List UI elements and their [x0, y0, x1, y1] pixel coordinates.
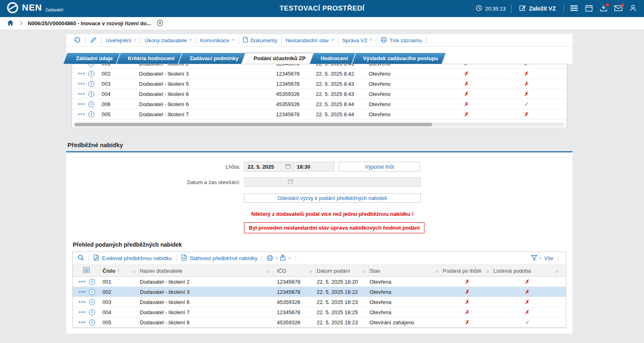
tab[interactable]: Hodnocení	[312, 53, 359, 64]
cell-number: 004	[100, 91, 138, 97]
filter-button[interactable]	[530, 255, 538, 262]
info-icon[interactable]: i	[88, 71, 94, 77]
toolbar-menu-item[interactable]: Dokumenty	[242, 37, 278, 44]
header-late[interactable]: Podaná po lhůtě	[443, 268, 481, 274]
cell-number: 002	[100, 71, 138, 77]
row-actions-button[interactable]	[78, 64, 85, 64]
tab[interactable]: Podání účastníků ZP	[245, 53, 317, 64]
toolbar-menu-item[interactable]: Uveřejnění ▽	[105, 37, 137, 43]
downloads-button[interactable]	[599, 4, 608, 14]
main-menu-button[interactable]	[569, 4, 579, 13]
printer-icon	[267, 255, 273, 262]
tab[interactable]: Základní údaje	[67, 53, 124, 64]
row-actions-button[interactable]	[79, 281, 85, 282]
user-icon	[629, 4, 637, 13]
toolbar-menu-item[interactable]: Úkony zadavatele ▽	[144, 37, 192, 43]
header-paper[interactable]: Listinná podoba	[494, 268, 531, 274]
messages-button[interactable]	[614, 4, 623, 13]
submission-row[interactable]: i 005 Dodavatel - školení 7 12345678 22.…	[72, 109, 567, 119]
filter-caret-button[interactable]: ▽	[309, 268, 313, 274]
horizontal-scrollbar[interactable]	[74, 123, 564, 126]
filter-caret-button[interactable]: ▽	[435, 268, 439, 274]
bid-row[interactable]: i 005 Dodavatel - školení 6 45359326 22.…	[73, 317, 566, 328]
bid-row[interactable]: i 003 Dodavatel - školení 6 45359326 22.…	[73, 297, 566, 307]
row-actions-button[interactable]	[78, 93, 85, 95]
divider	[176, 255, 177, 262]
view-filter-all-button[interactable]: ▽ Vše	[538, 255, 554, 261]
create-vz-button[interactable]: Založit VZ	[517, 4, 558, 13]
search-button[interactable]	[77, 254, 85, 262]
print-menu-button[interactable]: ▽	[266, 255, 279, 262]
deadline-date-input[interactable]: 22. 5. 2025	[244, 162, 294, 172]
scrollbar-thumb[interactable]	[74, 123, 432, 126]
close-record-button[interactable]	[156, 20, 164, 28]
profile-button[interactable]	[629, 4, 637, 14]
row-actions-button[interactable]	[78, 103, 85, 105]
home-button[interactable]	[6, 20, 15, 27]
register-bid-button[interactable]: Evidovat předběžnou nabídku	[93, 254, 173, 262]
filter-caret-button[interactable]: ▽	[362, 268, 366, 274]
info-icon[interactable]: i	[89, 299, 95, 305]
column-settings-button[interactable]	[82, 267, 91, 274]
calendar-button[interactable]	[584, 4, 594, 14]
cell-ico: 45359326	[272, 101, 315, 107]
info-icon[interactable]: i	[88, 81, 94, 87]
filter-caret-button[interactable]: ▽	[486, 268, 490, 274]
breadcrumb-record-title[interactable]: N006/25/V00004860 - Inovace v rozvoji ří…	[28, 20, 151, 26]
header-supplier-name[interactable]: Název dodavatele	[140, 268, 182, 274]
submission-row[interactable]: i 002 Dodavatel - školení 3 12345678 22.…	[72, 69, 567, 79]
row-actions-button[interactable]	[79, 291, 85, 293]
divider	[85, 37, 86, 44]
export-menu-button[interactable]: ▽	[279, 254, 292, 262]
edit-record-button[interactable]	[89, 37, 98, 44]
row-actions-button[interactable]	[79, 321, 85, 323]
header-status[interactable]: Stav	[370, 268, 380, 274]
nen-home-link[interactable]: NEN Zadavatel	[7, 2, 63, 15]
deadline-time-input[interactable]: 18:30	[294, 162, 334, 172]
divider	[338, 37, 338, 44]
download-bids-button[interactable]: Stáhnout předběžné nabídky	[181, 254, 258, 262]
info-icon[interactable]: i	[88, 64, 94, 67]
submission-row[interactable]: i 004 Dodavatel - školení 6 45359326 22.…	[72, 89, 567, 99]
header-date[interactable]: Datum podání	[317, 268, 350, 274]
toolbar-menu-item[interactable]: Nestandardní stav ▽	[285, 37, 334, 43]
info-icon[interactable]: i	[89, 289, 95, 295]
calc-deadlines-button[interactable]: Výpočet lhůt	[339, 162, 420, 172]
filter-caret-button[interactable]: ▽	[266, 268, 270, 274]
bid-row[interactable]: i 001 Dodavatel - školení 2 12345678 22.…	[73, 277, 566, 287]
row-actions-button[interactable]	[79, 301, 85, 303]
info-icon[interactable]: i	[89, 279, 95, 285]
submission-row[interactable]: i 003 Dodavatel - školení 5 12345678 22.…	[72, 79, 567, 89]
paper-mark-icon: ✗	[524, 91, 529, 97]
tab-label: Podání účastníků ZP	[254, 55, 306, 61]
cell-ico: 12345678	[272, 81, 315, 87]
filter-caret-button[interactable]: ▽	[132, 268, 136, 274]
submission-row[interactable]: i 001 Dodavatel - školení 2 12345678 22.…	[72, 64, 567, 69]
info-icon[interactable]: i	[88, 111, 94, 117]
row-actions-button[interactable]	[78, 73, 85, 74]
submission-row[interactable]: i 006 Dodavatel - školení 6 45359326 22.…	[72, 99, 567, 109]
divider	[281, 37, 282, 44]
history-button[interactable]	[73, 36, 82, 45]
info-icon[interactable]: i	[89, 309, 95, 315]
tab[interactable]: Výsledek zadávacího postupu	[355, 53, 449, 64]
bid-row[interactable]: i 004 Dodavatel - školení 7 12345678 22.…	[73, 307, 566, 317]
row-actions-button[interactable]	[79, 311, 85, 313]
toolbar-menu-item[interactable]: Správa VZ ▽	[342, 37, 373, 43]
bid-row[interactable]: i 002 Dodavatel - školení 3 12345678 22.…	[73, 287, 566, 297]
info-icon[interactable]: i	[88, 91, 94, 97]
info-icon[interactable]: i	[88, 101, 94, 107]
row-actions-button[interactable]	[78, 113, 85, 115]
send-invitation-button[interactable]: Odeslání výzvy k podání předběžných nabí…	[244, 193, 421, 203]
toolbar-menu-item[interactable]: Komunikace ▽	[200, 37, 235, 43]
info-icon[interactable]: i	[89, 319, 95, 326]
tab[interactable]: Kritéria hodnocení	[119, 53, 185, 64]
header-ico[interactable]: IČO	[277, 268, 286, 274]
row-actions-button[interactable]	[78, 83, 85, 85]
caret-down-icon: ▽	[539, 257, 542, 260]
tab[interactable]: Zadávací podmínky	[181, 53, 250, 64]
filter-caret-button[interactable]: ▽	[555, 268, 559, 274]
toolbar-menu-item[interactable]: Tisk záznamu	[380, 37, 422, 44]
opening-datetime-input	[244, 177, 421, 187]
header-number[interactable]: Číslo	[102, 268, 115, 274]
